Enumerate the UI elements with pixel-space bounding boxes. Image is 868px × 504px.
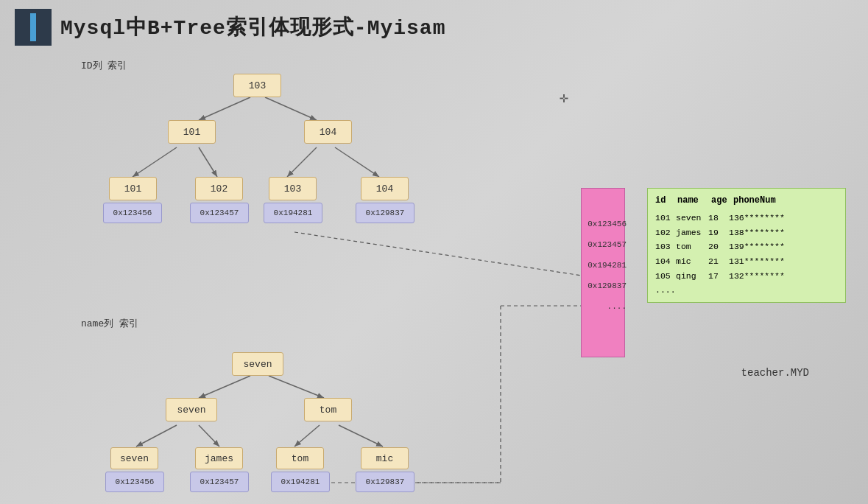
db-table-green: id name age phoneNum 101 seven 18 136***… <box>647 188 846 303</box>
col-header-id: id <box>655 193 671 208</box>
id-l2-102: 102 <box>195 177 243 200</box>
table-row: 104 mic 21 131******** <box>655 254 838 269</box>
svg-line-7 <box>335 147 379 177</box>
svg-line-11 <box>136 425 177 447</box>
db-table-header: id name age phoneNum <box>655 193 838 209</box>
col-header-age: age <box>711 193 727 208</box>
table-row: 101 seven 18 136******** <box>655 211 838 225</box>
name-l1-tom: tom <box>304 398 352 421</box>
name-l2-mic: mic <box>361 447 409 469</box>
id-l2-101: 101 <box>109 177 157 200</box>
page-title: Mysql中B+Tree索引体现形式-Myisam <box>60 13 445 41</box>
cursor-icon: ✛ <box>560 88 568 107</box>
header: Mysql中B+Tree索引体现形式-Myisam <box>0 0 868 55</box>
main-container: Mysql中B+Tree索引体现形式-Myisam ID列 索引 name列 索… <box>0 0 868 504</box>
id-l1-101: 101 <box>168 120 216 144</box>
name-addr-tom: 0x194281 <box>271 472 330 492</box>
id-l2-104: 104 <box>361 177 409 200</box>
header-icon-bar <box>30 13 36 41</box>
table-row-dots: .... <box>655 283 838 298</box>
table-row: 103 tom 20 139******** <box>655 239 838 254</box>
id-addr-101: 0x123456 <box>103 203 162 223</box>
id-root-node: 103 <box>233 74 281 97</box>
id-addr-102: 0x123457 <box>190 203 249 223</box>
id-l1-104: 104 <box>304 120 352 144</box>
row-addr-1: 0x123456 <box>588 220 627 228</box>
svg-line-5 <box>199 147 217 177</box>
svg-line-12 <box>199 425 219 447</box>
col-header-phone: phoneNum <box>733 193 792 208</box>
name-addr-mic: 0x129837 <box>356 472 414 492</box>
name-addr-seven: 0x123456 <box>105 472 164 492</box>
svg-line-9 <box>199 376 250 398</box>
svg-line-4 <box>133 147 177 177</box>
name-addr-james: 0x123457 <box>190 472 249 492</box>
col-header-name: name <box>677 193 705 208</box>
name-index-label: name列 索引 <box>81 317 138 330</box>
row-addr-2: 0x123457 <box>588 240 627 249</box>
name-l1-seven: seven <box>166 398 217 421</box>
id-index-label: ID列 索引 <box>81 59 127 72</box>
name-root-node: seven <box>232 352 283 376</box>
db-table-pink-col <box>581 188 625 357</box>
svg-line-6 <box>287 147 317 177</box>
svg-line-14 <box>339 425 383 447</box>
svg-line-10 <box>269 376 324 398</box>
row-addr-3: 0x194281 <box>588 261 627 270</box>
row-addr-dots: .... <box>607 302 627 311</box>
id-addr-104: 0x129837 <box>356 203 414 223</box>
id-addr-103: 0x194281 <box>264 203 322 223</box>
db-file-label: teacher.MYD <box>741 367 809 379</box>
name-l2-seven: seven <box>110 447 158 469</box>
table-row: 105 qing 17 132******** <box>655 269 838 284</box>
svg-line-2 <box>199 97 250 120</box>
svg-line-13 <box>294 425 320 447</box>
row-addr-4: 0x129837 <box>588 281 627 290</box>
id-l2-103: 103 <box>269 177 317 200</box>
svg-line-8 <box>294 232 611 280</box>
svg-line-3 <box>265 97 317 120</box>
header-icon <box>15 9 52 46</box>
name-l2-james: james <box>195 447 243 469</box>
table-row: 102 james 19 138******** <box>655 225 838 240</box>
name-l2-tom: tom <box>276 447 324 469</box>
